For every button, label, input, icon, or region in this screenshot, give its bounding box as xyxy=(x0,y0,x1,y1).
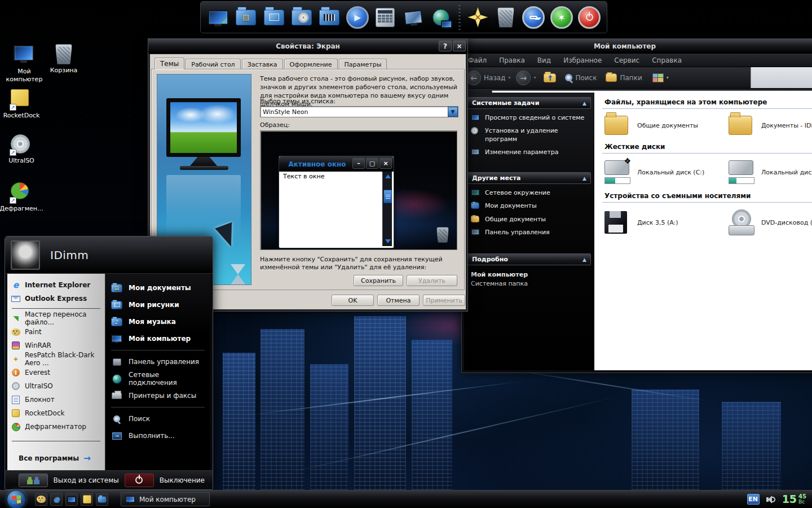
file-item-disk-d[interactable]: Локальный диск (D:) xyxy=(729,160,812,184)
help-button[interactable]: ? xyxy=(439,41,452,51)
sidebar-section-other-places[interactable]: Другие места ▲ xyxy=(467,172,591,184)
start-item-files-transfer-wizard[interactable]: ◥Мастер переноса файло... xyxy=(11,312,102,325)
dock-calculator-icon[interactable] xyxy=(374,5,397,30)
menu-favorites[interactable]: Избранное xyxy=(557,56,608,64)
desktop-icon-ultraiso[interactable]: ➚ UltraISO xyxy=(0,134,46,165)
start-item-ultraiso[interactable]: UltraISO xyxy=(11,379,102,393)
collapse-icon[interactable]: ▲ xyxy=(582,257,586,262)
file-item-disk-c[interactable]: ❖ Локальный диск (C:) xyxy=(604,160,729,184)
start-item-my-pictures[interactable]: Мои рисунки xyxy=(110,296,206,313)
all-programs-button[interactable]: Все программы → xyxy=(11,451,102,466)
desktop-icon-recycle-bin[interactable]: Корзина xyxy=(39,44,88,75)
start-item-outlook-express[interactable]: Outlook Express xyxy=(11,292,102,305)
file-item-documents-idimm[interactable]: Документы - IDimm xyxy=(729,116,812,135)
language-indicator[interactable]: EN xyxy=(747,494,760,505)
start-item-paint[interactable]: Paint xyxy=(11,325,102,339)
taskbar-button-my-computer[interactable]: Мой компьютер xyxy=(121,492,210,506)
dialog-titlebar[interactable]: Свойства: Экран ? × xyxy=(148,39,467,54)
start-item-network-connections[interactable]: Сетевые подключения xyxy=(110,370,206,387)
start-item-internet-explorer[interactable]: eInternet Explorer xyxy=(11,278,102,292)
sidebar-item-change-setting[interactable]: Изменение параметра xyxy=(471,148,590,156)
quicklaunch-internet-explorer-icon[interactable]: e xyxy=(50,493,63,506)
quicklaunch-paint-icon[interactable] xyxy=(35,493,47,506)
apply-button[interactable]: Применить xyxy=(423,295,465,306)
close-button[interactable]: × xyxy=(453,41,466,51)
logoff-button[interactable] xyxy=(19,474,48,487)
tab-settings[interactable]: Параметры xyxy=(339,59,387,69)
tab-appearance[interactable]: Оформление xyxy=(284,59,338,69)
taskbar-clock[interactable]: 15 45 Вс xyxy=(782,494,806,505)
menu-view[interactable]: Вид xyxy=(531,56,557,64)
dock-logoff-icon[interactable] xyxy=(522,5,545,30)
back-button[interactable]: ← Назад ▾ xyxy=(466,71,510,85)
quicklaunch-documents-icon[interactable] xyxy=(96,493,108,506)
start-item-winrar[interactable]: WinRAR xyxy=(11,339,102,352)
tab-themes[interactable]: Темы xyxy=(155,58,184,69)
delete-button[interactable]: Удалить xyxy=(407,275,457,286)
file-item-floppy-a[interactable]: Диск 3,5 (A:) xyxy=(604,209,729,235)
start-item-respatch[interactable]: ✦ResPatch Black-Dark Aero ... xyxy=(11,352,102,366)
sidebar-item-system-info[interactable]: Просмотр сведений о системе xyxy=(471,114,590,122)
sidebar-section-details[interactable]: Подробно ▲ xyxy=(467,253,591,265)
cancel-button[interactable]: Отмена xyxy=(377,295,420,306)
dock-restart-icon[interactable]: ✶ xyxy=(550,5,573,30)
folders-button[interactable]: Папки xyxy=(606,73,642,82)
ok-button[interactable]: OK xyxy=(332,295,374,306)
add-remove-programs-icon xyxy=(471,127,480,135)
theme-select[interactable]: WinStyle Neon ▼ xyxy=(260,106,458,117)
shutdown-button[interactable] xyxy=(125,474,154,487)
menu-edit[interactable]: Правка xyxy=(493,56,531,64)
dock-network-icon[interactable] xyxy=(430,5,453,30)
sidebar-item-control-panel[interactable]: Панель управления xyxy=(471,229,590,237)
file-item-shared-documents[interactable]: Общие документы xyxy=(604,116,729,135)
forward-button[interactable]: → ▾ xyxy=(516,71,536,85)
collapse-icon[interactable]: ▲ xyxy=(582,176,586,181)
start-item-run[interactable]: Выполнить... xyxy=(110,427,206,444)
start-item-control-panel[interactable]: Панель управления xyxy=(110,353,206,370)
dock-display-settings-icon[interactable] xyxy=(401,5,425,30)
explorer-titlebar[interactable]: Мой компьютер xyxy=(462,39,812,54)
chevron-down-icon[interactable]: ▼ xyxy=(448,107,458,117)
sidebar-item-my-documents[interactable]: Мои документы xyxy=(471,202,590,210)
start-item-my-computer[interactable]: Мой компьютер xyxy=(110,330,206,347)
tab-screensaver[interactable]: Заставка xyxy=(242,59,283,69)
start-item-rocketdock[interactable]: RocketDock xyxy=(11,406,102,420)
file-item-dvd-e[interactable]: DVD-дисковод (E:) xyxy=(729,209,812,235)
sidebar-section-system-tasks[interactable]: Системные задачи ▲ xyxy=(467,97,591,109)
start-item-search[interactable]: Поиск xyxy=(110,410,206,427)
desktop-icon-rocketdock[interactable]: ➚ RocketDock xyxy=(0,89,46,120)
dock-documents-folder-icon[interactable]: ▤ xyxy=(234,5,257,30)
quicklaunch-display-icon[interactable] xyxy=(65,493,78,506)
sidebar-item-add-remove[interactable]: Установка и удаление программ xyxy=(471,127,590,143)
dock-videos-folder-icon[interactable] xyxy=(318,5,341,30)
quicklaunch-rocketdock-icon[interactable] xyxy=(81,493,93,506)
explorer-window: Мой компьютер Файл Правка Вид Избранное … xyxy=(461,38,812,373)
dock-music-folder-icon[interactable] xyxy=(290,5,313,30)
dock-shutdown-icon[interactable] xyxy=(577,5,601,30)
dock-tools-icon[interactable] xyxy=(466,5,489,30)
volume-icon[interactable] xyxy=(766,496,775,503)
all-programs-label: Все программы xyxy=(19,454,79,462)
start-item-printers[interactable]: Принтеры и факсы xyxy=(110,387,206,404)
start-item-notepad[interactable]: Блокнот xyxy=(11,393,102,406)
start-item-defrag[interactable]: Дефрагментатор xyxy=(11,420,102,433)
sidebar-item-network[interactable]: Сетевое окружение xyxy=(471,189,590,197)
views-button[interactable]: ▾ xyxy=(652,73,669,82)
search-button[interactable]: Поиск xyxy=(565,74,597,82)
up-button[interactable]: ↑ xyxy=(544,73,556,82)
desktop-icon-defrag[interactable]: ➚ Дефрагмен... xyxy=(0,182,46,213)
dock-my-computer-icon[interactable]: ✓ xyxy=(206,5,230,30)
start-button[interactable] xyxy=(7,490,26,508)
menu-tools[interactable]: Сервис xyxy=(608,56,646,64)
start-item-my-documents[interactable]: ▤Мои документы xyxy=(110,279,206,296)
tab-desktop[interactable]: Рабочий стол xyxy=(186,59,240,69)
dock-recycle-bin-icon[interactable] xyxy=(494,5,517,30)
save-button[interactable]: Сохранить xyxy=(354,275,403,286)
start-item-everest[interactable]: iEverest xyxy=(11,366,102,379)
menu-help[interactable]: Справка xyxy=(646,56,688,64)
collapse-icon[interactable]: ▲ xyxy=(582,100,586,106)
sidebar-item-shared-documents[interactable]: Общие документы xyxy=(471,216,590,224)
dock-media-player-icon[interactable]: ▶ xyxy=(346,5,369,30)
start-item-my-music[interactable]: ♪Моя музыка xyxy=(110,313,206,330)
dock-pictures-folder-icon[interactable] xyxy=(262,5,285,30)
